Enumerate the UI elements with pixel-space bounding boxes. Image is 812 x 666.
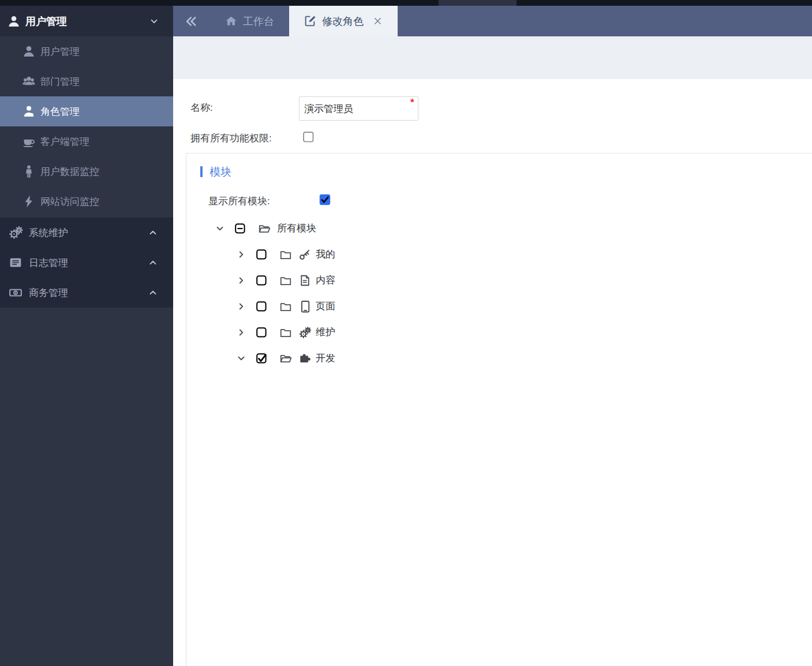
sidebar-item-部门管理[interactable]: 部门管理 [0, 66, 173, 96]
tab-bar: 工作台修改角色 [173, 6, 812, 36]
window-top-strip [0, 0, 812, 6]
tab-工作台[interactable]: 工作台 [210, 6, 289, 36]
tree-row-维护: 维护 [186, 319, 811, 345]
doc-icon [298, 274, 311, 287]
all-permissions-checkbox[interactable] [302, 131, 315, 143]
name-label: 名称: [190, 101, 213, 114]
home-icon [225, 15, 237, 27]
tree-checkbox-unchecked[interactable] [256, 301, 267, 312]
tree-node-label[interactable]: 开发 [316, 351, 335, 365]
tree-row-页面: 页面 [186, 293, 811, 319]
sidebar-sections: 系统维护日志管理商务管理 [0, 218, 173, 308]
tree-row-开发: 开发 [186, 345, 811, 371]
sidebar-item-label: 网站访问监控 [40, 195, 99, 208]
key-icon [298, 248, 311, 261]
angles-left-icon [184, 14, 198, 28]
chevron-down-icon[interactable] [236, 353, 246, 364]
folder-closed-icon [279, 300, 293, 313]
sidebar-section-系统维护[interactable]: 系统维护 [0, 218, 173, 248]
tree-checkbox-unchecked[interactable] [256, 327, 267, 338]
user-icon [22, 44, 36, 58]
sidebar-collapse-button[interactable] [173, 6, 209, 36]
sidebar-section-商务管理[interactable]: 商务管理 [0, 278, 173, 308]
folder-closed-icon [279, 248, 293, 261]
tab-label: 工作台 [243, 14, 274, 28]
window-top-strip-segment [439, 0, 517, 6]
chevron-right-icon[interactable] [236, 275, 246, 286]
sidebar-item-客户端管理[interactable]: 客户端管理 [0, 126, 173, 156]
sidebar-item-label: 客户端管理 [40, 135, 89, 148]
tree-node-label[interactable]: 我的 [316, 248, 335, 261]
tab-label: 修改角色 [322, 14, 364, 28]
edit-icon [304, 15, 316, 27]
tablet-icon [298, 300, 311, 313]
users-icon [22, 74, 36, 88]
user-icon [7, 14, 21, 28]
tree-checkbox-checked[interactable] [256, 353, 267, 364]
gears-icon [298, 326, 311, 339]
person-icon [22, 164, 36, 178]
tree-row-所有模块: 所有模块 [186, 215, 811, 241]
tree-row-内容: 内容 [186, 267, 811, 293]
sidebar-section-label: 系统维护 [29, 226, 68, 240]
tree-node-label[interactable]: 所有模块 [277, 222, 316, 235]
sidebar-item-label: 用户数据监控 [40, 165, 99, 178]
sidebar-item-label: 部门管理 [40, 75, 80, 88]
show-all-modules-checkbox[interactable] [319, 194, 331, 205]
sidebar-section-日志管理[interactable]: 日志管理 [0, 248, 173, 278]
tabs: 工作台修改角色 [209, 6, 398, 36]
show-all-modules-label: 显示所有模块: [208, 194, 270, 208]
folder-open-icon [257, 222, 271, 235]
client-icon [22, 134, 36, 148]
user-role-icon [22, 104, 36, 118]
tree-checkbox-unchecked[interactable] [256, 275, 267, 286]
folder-closed-icon [279, 326, 293, 339]
tree-node-label[interactable]: 内容 [316, 274, 335, 287]
content-header-band [173, 36, 812, 79]
chevron-up-icon[interactable] [148, 227, 158, 238]
tab-修改角色[interactable]: 修改角色 [289, 6, 398, 36]
sidebar-menu: 用户管理部门管理角色管理客户端管理用户数据监控网站访问监控 [0, 36, 173, 216]
tree-node-label[interactable]: 维护 [316, 325, 335, 339]
sidebar-item-用户数据监控[interactable]: 用户数据监控 [0, 156, 173, 186]
chevron-right-icon[interactable] [236, 327, 246, 338]
sidebar-item-label: 用户管理 [40, 45, 80, 58]
sidebar: 用户管理 用户管理部门管理角色管理客户端管理用户数据监控网站访问监控 系统维护日… [0, 0, 173, 666]
sidebar-item-用户管理[interactable]: 用户管理 [0, 36, 173, 66]
tree-checkbox-indeterminate[interactable] [234, 223, 246, 234]
tree-row-我的: 我的 [186, 241, 811, 267]
all-permissions-label: 拥有所有功能权限: [190, 132, 272, 145]
chevron-up-icon[interactable] [148, 287, 158, 298]
log-icon [8, 256, 23, 270]
sidebar-section-label: 日志管理 [29, 256, 68, 270]
bolt-icon [22, 194, 36, 208]
chevron-down-icon[interactable] [149, 16, 159, 27]
sidebar-header-user-management[interactable]: 用户管理 [0, 6, 173, 36]
chevron-right-icon[interactable] [236, 301, 246, 312]
sidebar-item-角色管理[interactable]: 角色管理 [0, 96, 173, 126]
chevron-down-icon[interactable] [215, 223, 225, 234]
tree-checkbox-unchecked[interactable] [256, 249, 267, 260]
tree-node-label[interactable]: 页面 [316, 300, 335, 313]
chevron-up-icon[interactable] [148, 257, 158, 268]
required-asterisk: * [410, 97, 414, 108]
chevron-right-icon[interactable] [236, 249, 246, 260]
money-icon [8, 286, 23, 300]
close-icon[interactable] [373, 16, 383, 26]
name-input[interactable] [299, 96, 418, 121]
folder-closed-icon [279, 274, 293, 287]
sidebar-section-label: 商务管理 [29, 286, 68, 300]
panel-title: 模块 [209, 164, 231, 179]
panel-title-accent-bar [200, 166, 203, 177]
module-tree: 所有模块我的内容页面维护开发 [186, 215, 811, 371]
sidebar-item-label: 角色管理 [40, 105, 80, 118]
folder-open-icon [279, 352, 293, 365]
gears-icon [8, 226, 23, 240]
puzzle-icon [298, 352, 311, 365]
sidebar-item-网站访问监控[interactable]: 网站访问监控 [0, 186, 173, 216]
sidebar-header-label: 用户管理 [25, 14, 67, 28]
